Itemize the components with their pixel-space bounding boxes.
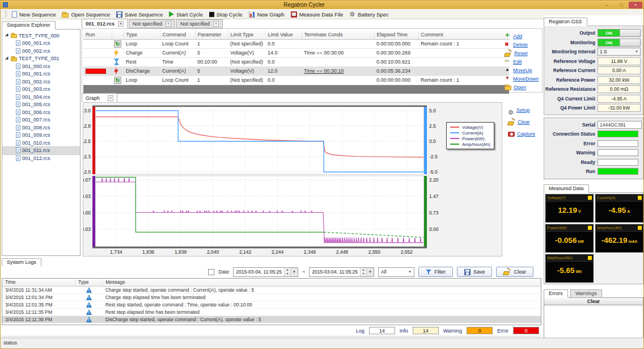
tree-item[interactable]: 001_011.rcs <box>2 147 80 155</box>
svg-text:12.5: 12.5 <box>83 138 91 144</box>
select-monitoring-interval[interactable]: 1 S▼ <box>598 48 641 56</box>
tree-item[interactable]: 001_001.rcs <box>2 70 80 78</box>
date-to-dropdown-icon[interactable]: ▼ <box>366 268 374 276</box>
log-row[interactable]: 3/4/2015 12:11:36 PMDisCharge step start… <box>2 316 541 323</box>
tree-item[interactable]: 001_008.rcs <box>2 124 80 132</box>
yellow-square-icon[interactable] <box>638 226 642 230</box>
yellow-square-icon[interactable] <box>588 256 592 260</box>
date-to-input[interactable]: 2015-03-04, 11:05:25 ▲▼ ▼ <box>309 267 374 277</box>
log-row[interactable]: 3/4/2015 12:01:35 PMRest step started, o… <box>2 301 541 308</box>
tree-item[interactable]: TEST_TYPE_001 <box>2 55 80 63</box>
toggle-monitoring[interactable]: ON <box>598 39 641 47</box>
tree-item[interactable]: 001_002.rcs <box>2 78 80 86</box>
button-filter[interactable]: Filter <box>418 267 453 277</box>
tab-close-icon[interactable] <box>213 21 219 27</box>
log-row[interactable]: 3/4/2015 11:31:34 AMCharge step started,… <box>2 286 541 293</box>
document-tab[interactable]: Not specified <box>176 19 223 28</box>
graph-tab-close-icon[interactable] <box>108 95 113 101</box>
svg-text:2,652: 2,652 <box>401 249 413 255</box>
tab-sequence-explorer[interactable]: Sequence Explorer <box>2 21 56 30</box>
tab-regatron[interactable]: Regatron GSS <box>544 18 587 26</box>
yellow-square-icon[interactable] <box>588 196 592 200</box>
date-to-spinner[interactable]: ▲▼ <box>360 268 366 276</box>
tree-item[interactable]: 000_001.rcs <box>2 40 80 48</box>
action-reset[interactable]: Reset <box>505 49 540 57</box>
tree-item[interactable]: 001_007.rcs <box>2 116 80 124</box>
graph-link-setup[interactable]: Setup <box>508 106 535 114</box>
document-tab[interactable]: 001_012.rcs <box>82 19 128 28</box>
graph-link-clear[interactable]: Clear <box>508 117 535 126</box>
value-reference-voltage[interactable]: 11.99 V <box>598 57 641 65</box>
date-to-value[interactable]: 2015-03-04, 11:05:25 <box>310 268 360 276</box>
action-open[interactable]: Open <box>505 83 540 91</box>
date-from-value[interactable]: 2015-03-04, 11:05:25 <box>234 268 284 276</box>
value-reference-resistance[interactable]: 0.00 mΩ <box>598 85 641 93</box>
svg-text:2,142: 2,142 <box>239 249 252 255</box>
toolbar-item-open-sequence[interactable]: Open Sequence <box>60 11 114 18</box>
tree-item[interactable]: 001_012.rcs <box>2 154 80 162</box>
tree-item[interactable]: TEST_TYPE_000 <box>2 32 80 40</box>
document-tab[interactable]: Not specified <box>129 19 175 28</box>
toolbar-item-start-cycle[interactable]: Start Cycle <box>167 11 206 18</box>
log-row[interactable]: 3/4/2015 12:11:35 PMRest step elapsed ti… <box>2 308 541 316</box>
action-moveup[interactable]: MoveUp <box>505 66 540 74</box>
value-q4-current-limit[interactable]: -4.95 A <box>598 95 641 103</box>
measured-tile-name: Watt/hour(Wh) <box>547 256 573 260</box>
log-category-value: All <box>381 269 386 275</box>
tab-measured-data[interactable]: Measured Data <box>544 184 589 193</box>
value-q4-power-limit[interactable]: -32.00 kW <box>598 104 641 112</box>
tree-item[interactable]: 001_005.rcs <box>2 101 80 109</box>
tree-item[interactable]: 001_006.rcs <box>2 108 80 116</box>
toggle-output[interactable]: ON <box>598 29 641 37</box>
tab-close-icon[interactable] <box>118 21 124 27</box>
value-reference-power[interactable]: 32.00 kW <box>598 76 641 84</box>
tab-graph[interactable]: Graph <box>82 93 117 102</box>
action-add[interactable]: Add <box>505 32 540 40</box>
setting-row: Reference Voltage11.99 V <box>545 57 642 66</box>
tab-warnings[interactable]: Warnings <box>570 289 602 298</box>
sequence-row[interactable]: LoopLoop Count1(Not specified)0.00.00:00… <box>83 39 509 48</box>
sequence-row[interactable]: ChargeCurrent(A)5Voltage(V)14.0Time == 0… <box>83 48 509 57</box>
value-reference-current[interactable]: 0.00 A <box>598 66 641 74</box>
tree-item[interactable]: 001_000.rcs <box>2 62 80 70</box>
toolbar-item-new-sequence[interactable]: New Sequence <box>10 11 60 18</box>
button-save[interactable]: Save <box>457 267 493 277</box>
tab-errors[interactable]: Errors <box>544 289 568 298</box>
toolbar-item-measure-data-file[interactable]: Measure Data File <box>289 11 348 18</box>
tree-item[interactable]: 001_004.rcs <box>2 93 80 101</box>
date-from-dropdown-icon[interactable]: ▼ <box>290 268 298 276</box>
minimize-button[interactable] <box>600 2 614 9</box>
yellow-square-icon[interactable] <box>638 196 642 200</box>
yellow-square-icon[interactable] <box>588 226 592 230</box>
date-from-spinner[interactable]: ▲▼ <box>284 268 290 276</box>
sequence-column-header: Elapsed Time <box>374 30 418 39</box>
tree-item[interactable]: 001_009.rcs <box>2 132 80 140</box>
sequence-row[interactable]: LoopLoop Count1(Not specified)0.00.00:00… <box>83 75 509 85</box>
folder-small-icon <box>11 57 17 61</box>
action-delete[interactable]: Delete <box>505 40 540 49</box>
sequence-row[interactable]: DisChargeCurrent(A)5Voltage(V)12.0Time =… <box>83 66 509 75</box>
action-movedown[interactable]: MoveDown <box>505 74 540 83</box>
tree-item[interactable]: 001_010.rcs <box>2 139 80 147</box>
toolbar-item-battery-spec[interactable]: Battery Spec <box>347 11 392 18</box>
log-category-select[interactable]: All ▼ <box>378 267 414 277</box>
close-button[interactable] <box>629 2 642 9</box>
tree-item[interactable]: 001_003.rcs <box>2 86 80 94</box>
toolbar-item-new-graph[interactable]: New Graph <box>247 11 289 18</box>
toolbar-item-save-sequence[interactable]: Save Sequence <box>114 11 167 18</box>
log-row[interactable]: 3/4/2015 12:01:34 PMCharge step elapsed … <box>2 293 541 301</box>
date-checkbox[interactable] <box>208 269 214 275</box>
sequence-row[interactable]: RestTime00:10:00(Not specified)0.00.00:1… <box>83 57 509 66</box>
tab-system-logs[interactable]: System Logs <box>2 258 41 267</box>
graph-link-capture[interactable]: Capture <box>508 129 535 138</box>
maximize-button[interactable] <box>615 2 628 9</box>
tree-item[interactable]: 000_002.rcs <box>2 47 80 55</box>
toolbar-item-stop-cycle[interactable]: Stop Cycle <box>207 11 247 18</box>
tab-close-icon[interactable] <box>166 21 171 27</box>
serial-field[interactable]: 1444GC391 <box>598 121 642 129</box>
errors-clear-button[interactable]: Clear <box>544 297 643 305</box>
button-clear[interactable]: Clear <box>496 267 533 277</box>
action-edit[interactable]: Edit <box>505 57 540 66</box>
tree-item-label: 000_002.rcs <box>22 48 50 54</box>
date-from-input[interactable]: 2015-03-04, 11:05:25 ▲▼ ▼ <box>233 267 298 277</box>
